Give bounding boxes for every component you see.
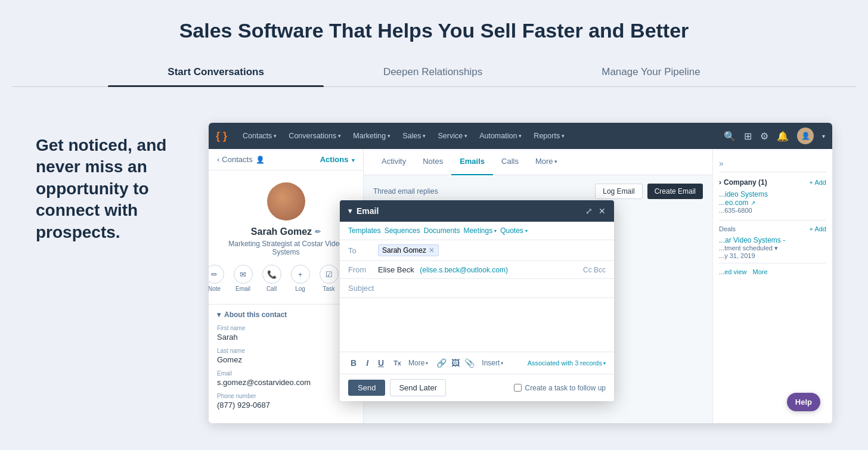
send-button[interactable]: Send [348, 380, 385, 396]
more-formats-button[interactable]: More ▾ [408, 359, 428, 367]
email-modal-title: ▾ Email [348, 206, 379, 216]
company-url-link[interactable]: ...eo.com ↗ [719, 198, 826, 207]
tab-notes[interactable]: Notes [414, 149, 451, 175]
task-follow-up-row: Create a task to follow up [514, 384, 606, 392]
text-format-button[interactable]: Tx [391, 358, 404, 368]
main-content: Get noticed, and never miss an opportuni… [0, 99, 868, 435]
email-subject-row[interactable]: Subject [340, 279, 614, 298]
log-email-button[interactable]: Log Email [595, 184, 642, 199]
call-button[interactable]: 📞 Call [262, 265, 281, 292]
note-button[interactable]: ✏ Note [209, 265, 224, 292]
task-follow-up-label: Create a task to follow up [525, 384, 606, 392]
nav-contacts[interactable]: Contacts ▾ [237, 123, 283, 149]
deals-title-row: Deals + Add [719, 225, 826, 232]
nav-sales[interactable]: Sales ▾ [396, 123, 432, 149]
underline-button[interactable]: U [376, 357, 386, 369]
expand-modal-icon[interactable]: ⤢ [585, 206, 593, 216]
insert-button[interactable]: Insert ▾ [482, 359, 503, 367]
deals-add-button[interactable]: + Add [810, 225, 826, 232]
contacts-caret: ▾ [274, 133, 277, 139]
last-name-label: Last name [217, 347, 355, 354]
assoc-caret-icon: ▾ [603, 361, 606, 366]
edit-icon[interactable]: ✏ [315, 228, 321, 236]
email-label: Email [235, 285, 250, 292]
account-caret[interactable]: ▾ [822, 133, 825, 139]
expanded-view-link[interactable]: ...ed view [719, 268, 746, 275]
nav-automation[interactable]: Automation ▾ [473, 123, 528, 149]
attach-icon[interactable]: 📎 [464, 358, 475, 368]
to-tag[interactable]: Sarah Gomez ✕ [378, 244, 439, 256]
deals-section: Deals + Add ...ar Video Systems - ...tme… [719, 220, 826, 259]
about-chevron-icon: ▾ [217, 311, 221, 319]
deal-name[interactable]: ...ar Video Systems - [719, 236, 826, 244]
grid-icon[interactable]: ⊞ [744, 131, 752, 142]
nav-conversations[interactable]: Conversations ▾ [283, 123, 347, 149]
sequences-btn[interactable]: Sequences [385, 226, 420, 235]
hubspot-logo: { } [216, 130, 227, 142]
close-modal-icon[interactable]: ✕ [599, 206, 606, 216]
bold-button[interactable]: B [348, 357, 359, 369]
nav-marketing[interactable]: Marketing ▾ [347, 123, 396, 149]
tab-emails[interactable]: Emails [451, 149, 493, 175]
italic-button[interactable]: I [364, 357, 371, 369]
email-actions-bar: Thread email replies Log Email Create Em… [373, 184, 703, 199]
search-icon[interactable]: 🔍 [724, 131, 736, 142]
help-button[interactable]: Help [787, 393, 820, 411]
email-icon: ✉ [234, 265, 253, 284]
note-icon: ✏ [209, 265, 224, 284]
log-button[interactable]: + Log [291, 265, 310, 292]
email-button[interactable]: ✉ Email [234, 265, 253, 292]
from-name: Elise Beck [378, 265, 414, 274]
thread-toggle[interactable]: Thread email replies [373, 187, 438, 195]
quotes-btn[interactable]: Quotes ▾ [500, 226, 528, 235]
task-button[interactable]: ☑ Task [320, 265, 339, 292]
right-panel: » › Company (1) + Add ...ideo Systems [713, 149, 832, 423]
first-name-value: Sarah [217, 333, 355, 342]
contacts-back-label: Contacts [222, 155, 252, 164]
tab-activity[interactable]: Activity [373, 149, 414, 175]
left-text-area: Get noticed, and never miss an opportuni… [36, 123, 191, 243]
deal-stage: ...tment scheduled ▾ [719, 244, 826, 252]
settings-icon[interactable]: ⚙ [760, 131, 768, 142]
collapse-icon[interactable]: » [719, 159, 724, 168]
documents-btn[interactable]: Documents [424, 226, 460, 235]
from-email-link[interactable]: (elise.s.beck@outlook.com) [420, 266, 508, 274]
deals-label: Deals [719, 225, 736, 232]
user-avatar[interactable]: 👤 [797, 128, 814, 144]
tab-calls[interactable]: Calls [493, 149, 527, 175]
to-label: To [348, 246, 378, 255]
associated-records-link[interactable]: Associated with 3 records ▾ [528, 359, 606, 367]
company-title-label: Company (1) [724, 178, 767, 187]
insert-caret-icon: ▾ [501, 361, 503, 366]
nav-service[interactable]: Service ▾ [432, 123, 473, 149]
cc-bcc-links[interactable]: Cc Bcc [583, 266, 606, 274]
email-from-row: From Elise Beck (elise.s.beck@outlook.co… [340, 261, 614, 279]
more-link-btn[interactable]: More [752, 268, 767, 275]
contacts-back-button[interactable]: ‹ Contacts 👤 [217, 155, 265, 164]
company-name-link[interactable]: ...ideo Systems [719, 190, 826, 198]
meetings-btn[interactable]: Meetings ▾ [463, 226, 497, 235]
tab-more[interactable]: More ▾ [527, 149, 566, 175]
modal-controls: ⤢ ✕ [585, 206, 606, 216]
task-follow-up-checkbox[interactable] [514, 384, 522, 392]
templates-btn[interactable]: Templates [348, 226, 381, 235]
email-body[interactable] [340, 298, 614, 352]
quotes-caret-icon: ▾ [525, 228, 528, 234]
tab-start-conversations[interactable]: Start Conversations [108, 59, 324, 86]
actions-button[interactable]: Actions ▾ [320, 155, 355, 164]
sales-caret: ▾ [423, 133, 426, 139]
task-label: Task [323, 285, 335, 292]
link-icon[interactable]: 🔗 [436, 358, 447, 368]
tab-deepen-relationships[interactable]: Deepen Relationships [324, 59, 542, 86]
remove-recipient-icon[interactable]: ✕ [429, 246, 435, 255]
send-later-button[interactable]: Send Later [390, 379, 446, 396]
nav-reports[interactable]: Reports ▾ [528, 123, 571, 149]
image-icon[interactable]: 🖼 [451, 358, 460, 368]
tab-manage-pipeline[interactable]: Manage Your Pipeline [542, 59, 760, 86]
bell-icon[interactable]: 🔔 [777, 131, 789, 142]
create-email-button[interactable]: Create Email [647, 184, 703, 199]
main-tabs-nav: Start Conversations Deepen Relationships… [12, 59, 856, 87]
contact-panel-header: ‹ Contacts 👤 Actions ▾ [209, 149, 363, 170]
company-add-button[interactable]: + Add [810, 179, 826, 186]
marketing-caret: ▾ [388, 133, 390, 139]
